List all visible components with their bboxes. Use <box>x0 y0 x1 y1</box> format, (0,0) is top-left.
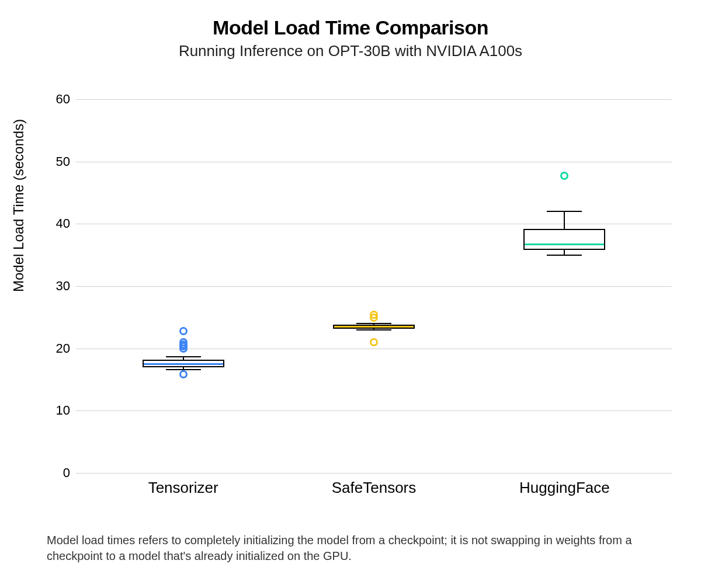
outlier-point <box>370 311 378 319</box>
y-tick-label: 60 <box>35 92 70 107</box>
outlier-point <box>179 370 188 378</box>
whisker-cap <box>547 255 582 256</box>
x-tick-label: Tensorizer <box>148 479 218 497</box>
gridline <box>76 224 672 224</box>
outlier-point <box>370 338 378 346</box>
y-tick-label: 0 <box>35 465 70 481</box>
y-tick-label: 50 <box>35 154 70 169</box>
gridline <box>76 99 672 100</box>
gridline <box>76 162 672 162</box>
gridline <box>76 473 672 474</box>
y-tick-label: 20 <box>35 341 70 356</box>
median-line <box>334 326 414 328</box>
plot-area: 0102030405060TensorizerSafeTensorsHuggin… <box>76 99 672 473</box>
y-tick-label: 40 <box>35 216 70 231</box>
median-line <box>144 363 223 365</box>
whisker-cap <box>356 323 391 324</box>
chart-title: Model Load Time Comparison <box>0 16 701 39</box>
x-tick-label: HuggingFace <box>519 479 610 497</box>
gridline <box>76 286 672 287</box>
box <box>523 229 605 250</box>
gridline <box>76 410 672 411</box>
chart-subtitle: Running Inference on OPT-30B with NVIDIA… <box>0 42 701 60</box>
whisker-cap <box>356 329 391 330</box>
y-tick-label: 30 <box>35 279 70 294</box>
chart-caption: Model load times refers to completely in… <box>47 533 666 564</box>
outlier-point <box>560 172 568 180</box>
y-tick-label: 10 <box>35 403 70 418</box>
outlier-point <box>179 327 188 335</box>
gridline <box>76 349 672 349</box>
outlier-point <box>179 338 188 346</box>
median-line <box>525 243 604 245</box>
x-tick-label: SafeTensors <box>332 479 417 497</box>
whisker-cap <box>547 211 582 212</box>
y-axis-label: Model Load Time (seconds) <box>11 119 27 292</box>
whisker-cap <box>166 356 201 357</box>
